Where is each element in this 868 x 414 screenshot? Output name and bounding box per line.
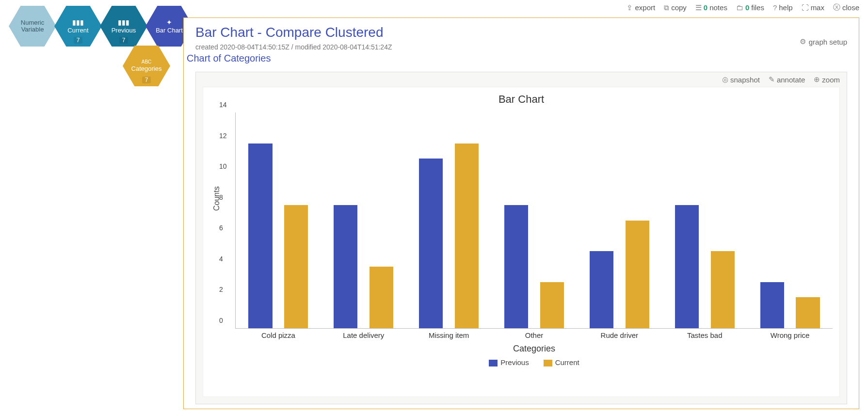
x-tick: Other — [525, 328, 544, 339]
x-tick: Wrong price — [771, 328, 810, 339]
legend-item: Current — [544, 358, 579, 366]
list-icon: ☰ — [695, 3, 702, 12]
help-icon: ? — [773, 3, 777, 12]
legend-label: Current — [555, 358, 579, 366]
y-tick: 4 — [219, 255, 223, 263]
y-tick: 8 — [219, 193, 223, 201]
notes-button[interactable]: ☰0notes — [695, 3, 727, 12]
bar-previous — [334, 205, 357, 328]
y-tick: 10 — [219, 162, 227, 170]
chart-area: Bar Chart Counts Categories PreviousCurr… — [203, 87, 840, 397]
snapshot-button[interactable]: ◎snapshot — [722, 75, 760, 84]
main-panel: Bar Chart - Compare Clustered created 20… — [183, 17, 859, 409]
bar-previous — [760, 282, 784, 328]
node-count: 7 — [74, 37, 83, 44]
chart-toolbar: ◎snapshot ✎annotate ⊕zoom — [196, 72, 847, 87]
x-axis-label: Categories — [236, 344, 833, 354]
legend-swatch — [489, 360, 498, 366]
bar-current — [626, 221, 649, 329]
y-tick: 2 — [219, 286, 223, 293]
copy-icon: ⧉ — [664, 3, 669, 12]
export-icon: ⇪ — [627, 3, 633, 12]
pencil-icon: ✎ — [769, 75, 775, 84]
x-tick: Rude driver — [601, 328, 639, 339]
legend: PreviousCurrent — [236, 358, 833, 366]
node-numeric-variable[interactable]: Numeric Variable — [9, 6, 56, 47]
node-previous[interactable]: ▮▮▮ Previous 7 — [100, 6, 147, 47]
node-label: Current — [67, 27, 88, 34]
node-label: Categories — [131, 65, 162, 72]
close-icon: ⓧ — [833, 3, 840, 12]
y-tick: 12 — [219, 132, 227, 140]
bar-previous — [419, 159, 443, 328]
chart-title: Bar Chart — [203, 87, 839, 109]
node-categories[interactable]: ABC Categories 7 — [123, 46, 170, 86]
node-strip: Numeric Variable ▮▮▮ Current 7 ▮▮▮ Previ… — [9, 2, 193, 99]
bar-previous — [590, 251, 613, 328]
section-title: Chart of Categories — [187, 51, 392, 68]
plot: Counts Categories PreviousCurrent 024681… — [235, 112, 833, 329]
files-button[interactable]: 🗀0files — [736, 3, 764, 12]
folder-icon: 🗀 — [736, 3, 743, 12]
bar-current — [284, 205, 308, 328]
timestamps: created 2020-08-04T14:50:15Z / modified … — [195, 43, 392, 51]
maximize-icon: ⛶ — [802, 3, 809, 12]
x-tick: Missing item — [429, 328, 469, 339]
bar-current — [455, 143, 479, 328]
close-button[interactable]: ⓧclose — [833, 3, 859, 12]
abc-icon: ABC — [142, 59, 152, 64]
wrench-icon: ✦ — [166, 18, 172, 26]
zoom-icon: ⊕ — [814, 75, 820, 84]
zoom-button[interactable]: ⊕zoom — [814, 75, 840, 84]
bar-current — [370, 267, 393, 328]
node-count: 7 — [142, 77, 151, 83]
node-label: Bar Chart — [156, 27, 183, 34]
bar-previous — [504, 205, 528, 328]
bar-previous — [675, 205, 699, 328]
bar-current — [711, 251, 735, 328]
node-label: Previous — [112, 27, 136, 34]
bar-previous — [248, 143, 272, 328]
bar-chart-icon: ▮▮▮ — [72, 18, 84, 26]
copy-button[interactable]: ⧉copy — [664, 3, 687, 12]
node-current[interactable]: ▮▮▮ Current 7 — [54, 6, 102, 47]
node-label: Numeric Variable — [9, 19, 56, 33]
legend-swatch — [544, 360, 552, 366]
max-button[interactable]: ⛶max — [802, 3, 824, 12]
annotate-button[interactable]: ✎annotate — [769, 75, 805, 84]
top-toolbar: ⇪export ⧉copy ☰0notes 🗀0files ?help ⛶max… — [627, 3, 859, 12]
legend-label: Previous — [500, 358, 529, 366]
y-tick: 0 — [219, 317, 223, 324]
bar-current — [796, 297, 820, 328]
camera-icon: ◎ — [722, 75, 728, 84]
page-title: Bar Chart - Compare Clustered — [195, 25, 392, 40]
gear-icon: ⚙ — [800, 37, 806, 46]
x-tick: Cold pizza — [261, 328, 295, 339]
y-tick: 6 — [219, 224, 223, 232]
help-button[interactable]: ?help — [773, 3, 793, 12]
legend-item: Previous — [489, 358, 529, 366]
node-count: 7 — [119, 37, 129, 44]
graph-setup-button[interactable]: ⚙ graph setup — [800, 37, 847, 46]
x-tick: Tastes bad — [687, 328, 723, 339]
y-tick: 14 — [219, 101, 227, 109]
bar-current — [540, 282, 564, 328]
chart-card: ◎snapshot ✎annotate ⊕zoom Bar Chart Coun… — [195, 72, 847, 404]
export-button[interactable]: ⇪export — [627, 3, 655, 12]
bar-chart-icon: ▮▮▮ — [118, 18, 129, 26]
x-tick: Late delivery — [343, 328, 384, 339]
